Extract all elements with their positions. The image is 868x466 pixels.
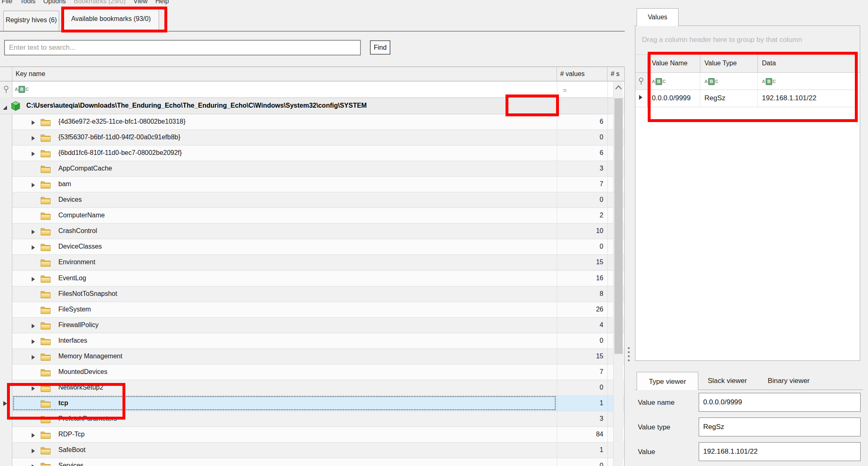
value-label: Value xyxy=(638,448,655,456)
key-name: SafeBoot xyxy=(58,446,85,454)
key-name: Environment xyxy=(58,258,95,266)
scroll-up-icon[interactable] xyxy=(614,84,623,92)
num-values: 6 xyxy=(557,118,603,125)
expand-arrow-icon[interactable] xyxy=(32,182,35,189)
expand-arrow-icon[interactable] xyxy=(32,339,35,346)
tree-row-tcp[interactable]: tcp1 xyxy=(12,396,625,411)
num-values: 0 xyxy=(557,134,603,141)
abc-filter-icon: ABC xyxy=(762,78,776,85)
expanded-node-icon[interactable] xyxy=(2,104,7,112)
num-values: 16 xyxy=(557,275,603,282)
key-name: Services xyxy=(58,462,83,466)
key-name: DeviceClasses xyxy=(58,243,102,250)
expand-arrow-icon[interactable] xyxy=(32,229,35,236)
values-header-data[interactable]: Data xyxy=(758,55,860,73)
values-header-value-name[interactable]: Value Name xyxy=(648,55,700,73)
value-name-cell[interactable]: 0.0.0.0/9999 xyxy=(648,90,700,107)
value-data-cell[interactable]: 192.168.1.101/22 xyxy=(758,90,860,107)
value-type-field[interactable] xyxy=(699,418,861,436)
panel-splitter-handle[interactable] xyxy=(628,347,630,361)
tree-row-firewallpolicy[interactable]: FirewallPolicy4 xyxy=(12,318,625,333)
tree-row-memory-management[interactable]: Memory Management15 xyxy=(12,349,625,364)
tree-row-6bdd1fc6-810f-11d0-bec7-08002be2092f[interactable]: {6bdd1fc6-810f-11d0-bec7-08002be2092f}6 xyxy=(12,145,625,161)
tree-row-53f56307-b6bf-11d0-94f2-00a0c91efb8b[interactable]: {53f56307-b6bf-11d0-94f2-00a0c91efb8b}0 xyxy=(12,130,625,145)
column-divider xyxy=(557,81,557,466)
num-values: 0 xyxy=(557,337,603,344)
folder-icon xyxy=(40,415,51,425)
tree-row-bam[interactable]: bam7 xyxy=(12,177,625,192)
expand-arrow-icon[interactable] xyxy=(32,385,35,393)
key-name: FilesNotToSnapshot xyxy=(58,290,117,298)
expand-arrow-icon[interactable] xyxy=(32,120,35,127)
folder-icon xyxy=(40,165,51,175)
key-name: {53f56307-b6bf-11d0-94f2-00a0c91efb8b} xyxy=(58,134,180,141)
expand-arrow-icon[interactable] xyxy=(32,323,35,330)
tree-row-computername[interactable]: ComputerName2 xyxy=(12,208,625,224)
current-row-indicator-icon xyxy=(3,401,7,408)
expand-arrow-icon[interactable] xyxy=(32,276,35,284)
tab-binary-viewer[interactable]: Binary viewer xyxy=(768,377,810,385)
key-name: NetworkSetup2 xyxy=(58,384,103,391)
tree-row-gutter xyxy=(0,98,12,466)
value-type-cell[interactable]: RegSz xyxy=(700,90,758,107)
key-name: CrashControl xyxy=(58,227,97,235)
tree-row-crashcontrol[interactable]: CrashControl10 xyxy=(12,224,625,239)
tree-row-services[interactable]: Services0 xyxy=(12,458,625,466)
tree-row-safeboot[interactable]: SafeBoot1 xyxy=(12,443,625,458)
folder-icon xyxy=(40,446,51,457)
filter-pin-icon xyxy=(0,81,12,98)
num-values: 0 xyxy=(557,462,603,466)
expand-arrow-icon[interactable] xyxy=(32,448,35,455)
tab-values[interactable]: Values xyxy=(637,8,679,26)
scrollbar-thumb[interactable] xyxy=(614,98,623,354)
menu-file[interactable]: File xyxy=(2,0,12,7)
key-name: FirewallPolicy xyxy=(58,321,99,329)
num-values: 15 xyxy=(557,258,603,266)
tree-row-prefetchparameters[interactable]: PrefetchParameters3 xyxy=(12,411,625,427)
values-filter-value-type[interactable]: ABC xyxy=(700,73,758,90)
tree-header-gutter xyxy=(0,67,12,81)
tree-row-eventlog[interactable]: EventLog16 xyxy=(12,271,625,286)
key-name: EventLog xyxy=(58,275,86,282)
expand-arrow-icon[interactable] xyxy=(32,432,35,440)
values-filter-data[interactable]: ABC xyxy=(758,73,860,90)
tree-row-interfaces[interactable]: Interfaces0 xyxy=(12,333,625,349)
value-row-indicator-icon xyxy=(635,90,648,107)
key-name: bam xyxy=(58,180,71,188)
tree-row-mounteddevices[interactable]: MountedDevices7 xyxy=(12,364,625,380)
tree-row-environment[interactable]: Environment15 xyxy=(12,255,625,270)
value-field[interactable] xyxy=(699,442,861,461)
tree-row-devices[interactable]: Devices0 xyxy=(12,192,625,208)
expand-arrow-icon[interactable] xyxy=(32,464,35,466)
expand-arrow-icon[interactable] xyxy=(32,135,35,143)
tree-row-deviceclasses[interactable]: DeviceClasses0 xyxy=(12,239,625,255)
folder-icon xyxy=(40,384,51,394)
expand-arrow-icon[interactable] xyxy=(32,245,35,252)
tree-row-appcompatcache[interactable]: AppCompatCache3 xyxy=(12,161,625,177)
focused-cell-outline xyxy=(13,396,556,410)
folder-icon xyxy=(40,290,51,300)
tab-type-viewer[interactable]: Type viewer xyxy=(637,372,698,390)
num-values: 0 xyxy=(557,243,603,250)
folder-icon xyxy=(40,321,51,332)
value-name-field[interactable] xyxy=(699,393,861,412)
values-filter-value-name[interactable]: ABC xyxy=(648,73,700,90)
tree-row-networksetup2[interactable]: NetworkSetup20 xyxy=(12,380,625,396)
tree-row-filesnottosnapshot[interactable]: FilesNotToSnapshot8 xyxy=(12,286,625,302)
key-name: {6bdd1fc6-810f-11d0-bec7-08002be2092f} xyxy=(58,149,182,157)
tree-row-filesystem[interactable]: FileSystem26 xyxy=(12,302,625,318)
folder-icon xyxy=(40,337,51,347)
folder-icon xyxy=(40,431,51,441)
values-header-gutter xyxy=(635,55,648,73)
tree-row-rdp-tcp[interactable]: RDP-Tcp84 xyxy=(12,427,625,443)
folder-icon xyxy=(40,462,51,466)
tab-slack-viewer[interactable]: Slack viewer xyxy=(708,377,747,385)
tab-available-bookmarks[interactable]: Available bookmarks (93/0) xyxy=(63,8,159,31)
key-name: Devices xyxy=(58,196,82,203)
values-header-value-type[interactable]: Value Type xyxy=(700,55,758,73)
tree-row-4d36e972-e325-11ce-bfc1-08002be10318[interactable]: {4d36e972-e325-11ce-bfc1-08002be10318}6 xyxy=(12,114,625,130)
tree-vertical-scrollbar[interactable] xyxy=(613,82,623,466)
folder-icon xyxy=(40,149,51,159)
expand-arrow-icon[interactable] xyxy=(32,151,35,158)
expand-arrow-icon[interactable] xyxy=(32,354,35,362)
